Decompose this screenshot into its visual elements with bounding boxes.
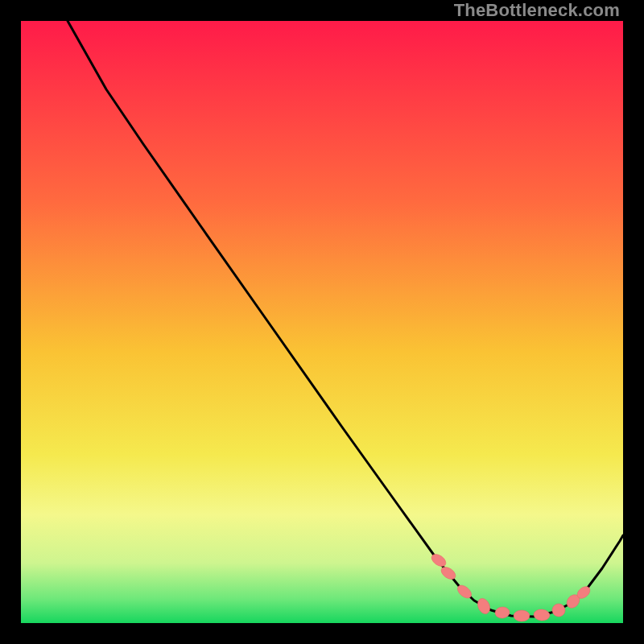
chart-frame	[21, 21, 623, 623]
bottleneck-chart	[21, 21, 623, 623]
watermark-text: TheBottleneck.com	[454, 0, 620, 21]
optimum-marker	[514, 610, 530, 621]
chart-background	[21, 21, 623, 623]
